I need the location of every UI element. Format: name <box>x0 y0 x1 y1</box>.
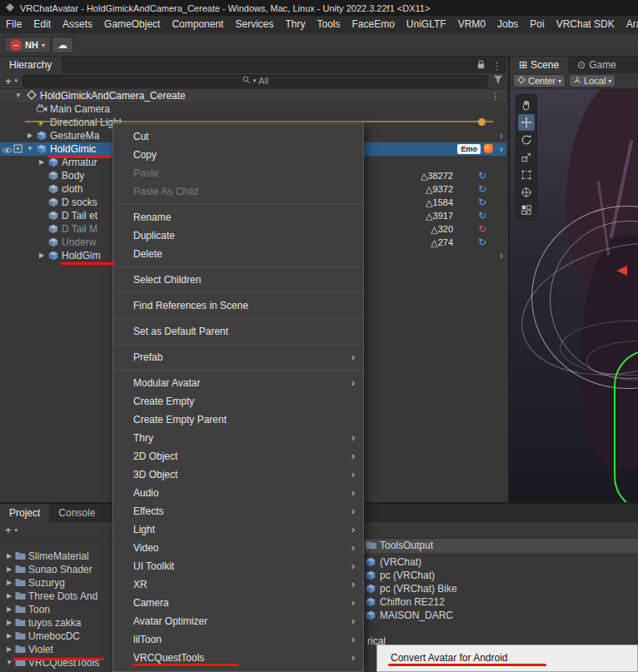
menu-component[interactable]: Component <box>166 16 229 33</box>
tab-hierarchy[interactable]: Hierarchy <box>0 57 61 73</box>
context-menu-item-avatar-optimizer[interactable]: Avatar Optimizer› <box>113 612 363 630</box>
context-menu-item-video[interactable]: Video› <box>113 539 363 557</box>
collapse-arrow-icon[interactable]: ▶ <box>5 563 13 576</box>
context-menu-item-ui-toolkit[interactable]: UI Toolkit› <box>113 557 363 575</box>
collapse-arrow-icon[interactable]: ▶ <box>5 550 13 563</box>
collapse-arrow-icon[interactable]: ▶ <box>5 643 13 656</box>
menu-vrm0[interactable]: VRM0 <box>452 16 491 33</box>
faceemo-icon[interactable] <box>484 144 493 153</box>
prefab-arrow-icon[interactable]: › <box>500 249 503 261</box>
orientation-mode-button[interactable]: Local ▾ <box>569 74 616 87</box>
add-icon[interactable]: + <box>3 76 13 87</box>
lock-icon[interactable] <box>477 60 485 72</box>
context-menu-item-liltoon[interactable]: lilToon› <box>113 630 363 649</box>
context-menu-item-camera[interactable]: Camera› <box>113 594 363 612</box>
expand-arrow-icon[interactable]: ▼ <box>25 142 35 156</box>
context-menu-item-audio[interactable]: Audio› <box>113 484 363 502</box>
project-item-chiffon-re212[interactable]: Chiffon RE212 <box>364 595 638 609</box>
menu-services[interactable]: Services <box>229 16 279 33</box>
context-menu-item-effects[interactable]: Effects› <box>113 502 363 520</box>
menu-assets[interactable]: Assets <box>57 16 98 33</box>
menu-thry[interactable]: Thry <box>279 16 311 33</box>
project-item-maison-darc[interactable]: MAISON_DARC <box>364 609 638 622</box>
context-menu-item-thry[interactable]: Thry› <box>113 429 363 447</box>
tab-console[interactable]: Console <box>49 504 104 522</box>
collapse-arrow-icon[interactable]: ▶ <box>5 616 13 630</box>
menu-vrchat-sdk[interactable]: VRChat SDK <box>551 16 621 33</box>
context-menu-item-create-empty[interactable]: Create Empty <box>113 392 363 411</box>
tool-custom-button[interactable] <box>518 202 535 218</box>
tool-transform-button[interactable] <box>518 184 535 201</box>
context-menu-item-find-references-in-scene[interactable]: Find References in Scene <box>113 296 363 315</box>
menu-aramaa[interactable]: Aramaa <box>621 16 638 33</box>
project-item-vrchat[interactable]: (VRChat) <box>364 555 638 569</box>
context-menu-item-create-empty-parent[interactable]: Create Empty Parent <box>113 411 363 429</box>
row-indicator-icon[interactable]: ↻ <box>478 222 486 236</box>
context-menu-item-duplicate[interactable]: Duplicate <box>113 226 363 245</box>
visibility-eye-icon[interactable] <box>2 145 12 157</box>
expand-arrow-icon[interactable]: ▼ <box>13 89 23 102</box>
row-indicator-icon[interactable]: ↻ <box>478 169 486 182</box>
row-indicator-icon[interactable]: ↻ <box>478 236 486 249</box>
project-item-toolsoutput[interactable]: ToolsOutput <box>364 539 638 553</box>
emo-badge[interactable]: Emo <box>457 144 481 154</box>
context-menu-item-modular-avatar[interactable]: Modular Avatar› <box>113 374 363 392</box>
row-indicator-icon[interactable]: ↻ <box>478 196 486 209</box>
collapse-arrow-icon[interactable]: ▶ <box>37 156 47 169</box>
scene-viewport[interactable] <box>510 89 638 502</box>
collapse-arrow-icon[interactable]: ▶ <box>5 603 13 616</box>
context-menu-item-prefab[interactable]: Prefab› <box>113 348 363 366</box>
context-menu-item-light[interactable]: Light› <box>113 520 363 539</box>
prefab-arrow-icon[interactable]: › <box>500 129 503 142</box>
menu-edit[interactable]: Edit <box>27 16 57 33</box>
collapse-arrow-icon[interactable]: ▶ <box>37 249 47 262</box>
collapse-arrow-icon[interactable]: ▶ <box>5 576 13 590</box>
tool-rotate-button[interactable] <box>518 132 535 148</box>
tool-rect-button[interactable] <box>518 167 535 183</box>
menu-poi[interactable]: Poi <box>524 16 550 33</box>
tab-game[interactable]: ⊙ Game <box>568 57 626 73</box>
picking-toggle-icon[interactable] <box>13 144 22 156</box>
search-filter-icon[interactable] <box>493 75 503 87</box>
context-menu-item-rename[interactable]: Rename <box>113 208 363 226</box>
scene-kebab-icon[interactable]: ⋮ <box>491 91 500 102</box>
row-indicator-icon[interactable]: ↻ <box>478 182 486 196</box>
context-menu-item-delete[interactable]: Delete <box>113 245 363 263</box>
context-menu-item-set-as-default-parent[interactable]: Set as Default Parent <box>113 322 363 341</box>
context-menu-item-cut[interactable]: Cut <box>113 127 363 146</box>
collapse-arrow-icon[interactable]: ▶ <box>5 590 13 603</box>
tab-project[interactable]: Project <box>0 504 49 522</box>
hierarchy-row-main-camera[interactable]: Main Camera <box>0 102 506 116</box>
tool-hand-button[interactable] <box>518 97 535 113</box>
project-item-pc-vrchat-bike[interactable]: pc (VRChat) Bike <box>364 582 638 595</box>
context-menu-item-2d-object[interactable]: 2D Object› <box>113 447 363 465</box>
cloud-sync-button[interactable]: ☁ <box>52 37 73 53</box>
menu-faceemo[interactable]: FaceEmo <box>346 16 400 33</box>
scene-header-row[interactable]: ▼ HoldGimickAndCamera_Cereate ⋮ <box>0 89 506 102</box>
tab-scene[interactable]: ⊞ Scene <box>510 57 568 73</box>
context-menu-item-copy[interactable]: Copy <box>113 146 363 164</box>
add-caret-icon[interactable]: ▾ <box>15 77 18 84</box>
panel-menu-icon[interactable]: ⋮ <box>492 61 501 72</box>
pivot-mode-button[interactable]: Center ▾ <box>513 74 566 87</box>
account-button[interactable]: – NH ▾ <box>4 37 51 53</box>
add-caret-icon[interactable]: ▾ <box>15 527 18 534</box>
menu-tools[interactable]: Tools <box>311 16 346 33</box>
context-menu-item-3d-object[interactable]: 3D Object› <box>113 465 363 484</box>
menu-file[interactable]: File <box>0 16 27 33</box>
project-item-pc-vrchat[interactable]: pc (VRChat) <box>364 569 638 582</box>
menu-gameobject[interactable]: GameObject <box>98 16 166 33</box>
context-menu-item-xr[interactable]: XR› <box>113 575 363 594</box>
tool-scale-button[interactable] <box>518 149 535 166</box>
menu-jobs[interactable]: Jobs <box>491 16 524 33</box>
prefab-arrow-icon[interactable]: › <box>500 142 503 155</box>
menu-unigltf[interactable]: UniGLTF <box>401 16 452 33</box>
hierarchy-search-input[interactable]: ▾ All <box>22 75 488 87</box>
add-icon[interactable]: + <box>3 525 13 535</box>
collapse-arrow-icon[interactable]: ▶ <box>25 129 35 142</box>
tool-move-button[interactable] <box>518 114 535 131</box>
context-menu-item-a[interactable]: A <box>113 667 363 672</box>
row-indicator-icon[interactable]: ↻ <box>478 209 486 222</box>
context-menu-item-select-children[interactable]: Select Children <box>113 271 363 289</box>
collapse-arrow-icon[interactable]: ▶ <box>5 630 13 643</box>
